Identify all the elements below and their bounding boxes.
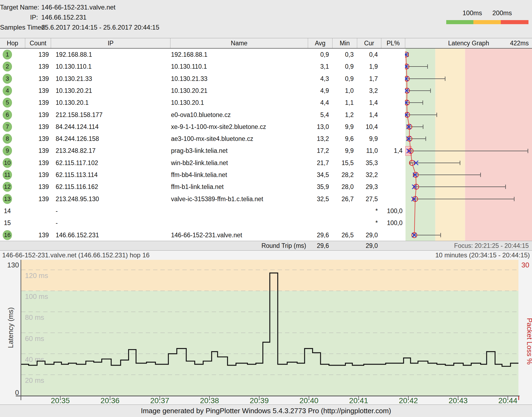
- cell-ip: 213.248.95.130: [56, 193, 170, 205]
- svg-text:20:38: 20:38: [200, 396, 219, 405]
- cell-count: 139: [25, 121, 49, 133]
- cell-avg: 13,0: [305, 121, 329, 133]
- cell-avg: 32,5: [305, 193, 329, 205]
- cell-ip: 146.66.152.231: [56, 229, 170, 241]
- cell-min: 1,0: [330, 85, 354, 97]
- cell-min: 0,9: [330, 73, 354, 85]
- cell-name: prag-b3-link.telia.net: [171, 145, 307, 157]
- cell-ip: 84.244.126.158: [56, 133, 170, 145]
- cell-pl: 100,0: [379, 205, 403, 217]
- cell-pl: [379, 133, 403, 145]
- cell-pl: [379, 49, 403, 61]
- svg-text:20:44: 20:44: [498, 396, 517, 405]
- cell-count: 139: [25, 85, 49, 97]
- cell-pl: [379, 169, 403, 181]
- col-header-pl[interactable]: PL%: [381, 38, 405, 48]
- cell-ip: -: [56, 205, 170, 217]
- col-header-cur[interactable]: Cur: [357, 38, 381, 48]
- y2-axis-label: Packet Loss %: [525, 318, 532, 365]
- cell-avg: 29,6: [305, 229, 329, 241]
- cell-pl: [379, 157, 403, 169]
- svg-text:20:42: 20:42: [399, 396, 418, 405]
- cell-avg: 21,7: [305, 157, 329, 169]
- cell-name: [171, 217, 307, 229]
- svg-text:30: 30: [521, 261, 529, 269]
- cell-ip: -: [56, 217, 170, 229]
- target-name-label: Target Name:: [0, 3, 38, 11]
- cell-count: [25, 217, 49, 229]
- svg-text:20:39: 20:39: [250, 396, 269, 405]
- cell-count: 139: [25, 61, 49, 72]
- hop-badge: 2: [3, 62, 12, 71]
- cell-count: [25, 205, 49, 217]
- cell-name: 10.130.110.1: [171, 61, 307, 72]
- cell-count: 139: [25, 49, 49, 61]
- hop-number: 14: [0, 205, 15, 217]
- col-header-name[interactable]: Name: [170, 38, 308, 48]
- cell-count: 139: [25, 193, 49, 205]
- cell-avg: [305, 205, 329, 217]
- cell-min: [330, 205, 354, 217]
- svg-text:20 ms: 20 ms: [25, 376, 44, 384]
- cell-avg: 4,3: [305, 73, 329, 85]
- cell-name: 146-66-152-231.valve.net: [171, 229, 307, 241]
- cell-min: 0,3: [330, 49, 354, 61]
- svg-text:60 ms: 60 ms: [25, 334, 44, 343]
- hop-badge: 3: [3, 74, 12, 84]
- cell-name: 10.130.20.1: [171, 97, 307, 109]
- legend-red-segment: [501, 20, 528, 24]
- cell-name: 10.130.20.21: [171, 85, 307, 97]
- cell-ip: 212.158.158.177: [56, 109, 170, 121]
- ip-label: IP:: [0, 13, 38, 21]
- latency-graph-scale-label: 422ms: [489, 38, 529, 48]
- cell-avg: 0,9: [305, 49, 329, 61]
- cell-name: win-bb2-link.telia.net: [171, 157, 307, 169]
- hop-badge: 13: [3, 194, 12, 204]
- svg-text:130: 130: [7, 261, 19, 269]
- col-header-count[interactable]: Count: [25, 38, 51, 48]
- col-header-avg[interactable]: Avg: [308, 38, 332, 48]
- svg-text:80 ms: 80 ms: [25, 313, 44, 321]
- col-header-ip[interactable]: IP: [51, 38, 170, 48]
- cell-min: 26,7: [330, 193, 354, 205]
- timeline-title-strip: 146-66-152-231.valve.net (146.66.152.231…: [0, 251, 532, 260]
- cell-name: [171, 205, 307, 217]
- round-trip-avg: 29,6: [305, 241, 329, 250]
- cell-min: [330, 217, 354, 229]
- hop-badge: 10: [3, 158, 12, 168]
- cell-pl: 100,0: [379, 217, 403, 229]
- hop-badge: 4: [3, 86, 12, 96]
- svg-text:100 ms: 100 ms: [25, 292, 48, 301]
- timeline-title: 146-66-152-231.valve.net (146.66.152.231…: [2, 251, 150, 260]
- cell-cur: 27,5: [354, 193, 378, 205]
- cell-cur: 32,2: [354, 169, 378, 181]
- cell-pl: [379, 97, 403, 109]
- cell-pl: [379, 85, 403, 97]
- samples-timed-label: Samples Timed:: [0, 23, 38, 31]
- cell-count: 139: [25, 181, 49, 193]
- cell-cur: 11,0: [354, 145, 378, 157]
- cell-min: 15,5: [330, 157, 354, 169]
- footer-credit: Image generated by PingPlotter Windows 5…: [0, 405, 532, 417]
- cell-avg: 4,9: [305, 85, 329, 97]
- col-header-hop[interactable]: Hop: [0, 38, 25, 48]
- y-axis-label: Latency (ms): [7, 307, 15, 348]
- cell-avg: 4,4: [305, 97, 329, 109]
- cell-avg: 35,9: [305, 181, 329, 193]
- col-header-min[interactable]: Min: [332, 38, 357, 48]
- cell-min: 9,6: [330, 133, 354, 145]
- cell-min: 28,2: [330, 169, 354, 181]
- cell-min: 9,9: [330, 121, 354, 133]
- cell-avg: 17,2: [305, 145, 329, 157]
- cell-name: ae3-100-mx-site4.bluetone.cz: [171, 133, 307, 145]
- cell-name: e0-ova10.bluetone.cz: [171, 109, 307, 121]
- cell-pl: [379, 109, 403, 121]
- round-trip-label: Round Trip (ms): [190, 241, 306, 250]
- target-name-value: 146-66-152-231.valve.net: [41, 3, 286, 11]
- cell-cur: 35,3: [354, 157, 378, 169]
- cell-avg: 3,1: [305, 61, 329, 72]
- cell-pl: [379, 181, 403, 193]
- svg-text:40 ms: 40 ms: [25, 355, 44, 364]
- trace-table-header: Hop Count IP Name Avg Min Cur PL% Latenc…: [0, 38, 532, 49]
- focus-range-label: Focus: 20:21:25 - 20:44:15: [407, 241, 529, 250]
